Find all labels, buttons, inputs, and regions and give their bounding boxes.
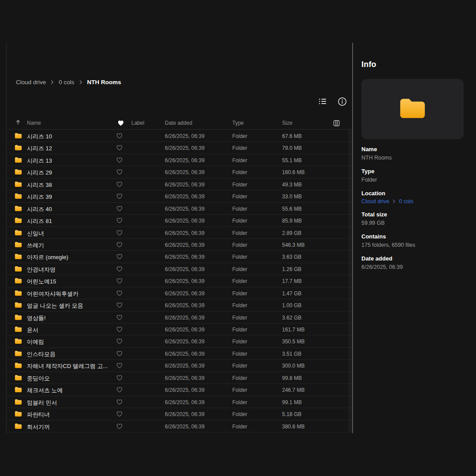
table-row[interactable]: 체크셔츠 노예 6/26/2025, 06:39 Folder 246.7 MB	[7, 384, 352, 396]
favorite-heart-icon[interactable]	[116, 314, 123, 322]
favorite-heart-icon[interactable]	[116, 169, 123, 177]
table-row[interactable]: 어린여자샤워후셀카 6/26/2025, 06:39 Folder 1.47 G…	[7, 287, 352, 299]
favorite-heart-icon[interactable]	[116, 338, 123, 346]
type-value: Folder	[232, 242, 247, 248]
table-row[interactable]: 시리즈 38 6/26/2025, 06:39 Folder 49.3 MB	[7, 178, 352, 190]
favorite-heart-icon[interactable]	[116, 133, 123, 141]
date-added-value: 6/26/2025, 06:39	[165, 338, 205, 345]
folder-name: 시리즈 29	[27, 169, 52, 177]
date-added-value: 6/26/2025, 06:39	[165, 387, 205, 393]
table-row[interactable]: 중딩아오 6/26/2025, 06:39 Folder 99.8 MB	[7, 372, 352, 384]
table-row[interactable]: 어린노예15 6/26/2025, 06:39 Folder 17.7 MB	[7, 275, 352, 287]
location-link-cloud-drive[interactable]: Cloud drive	[361, 198, 389, 205]
favorite-heart-icon[interactable]	[116, 205, 123, 213]
breadcrumb-0-cols[interactable]: 0 cols	[59, 79, 74, 86]
size-value: 5.18 GB	[282, 411, 301, 417]
field-value: Folder	[361, 176, 464, 183]
sort-ascending-icon[interactable]	[15, 119, 21, 126]
table-row[interactable]: 안경녀자영 6/26/2025, 06:39 Folder 1.26 GB	[7, 263, 352, 275]
folder-icon	[15, 217, 22, 225]
favorite-heart-icon[interactable]	[116, 145, 123, 152]
table-row[interactable]: 시리즈 12 6/26/2025, 06:39 Folder 79.0 MB	[7, 142, 352, 154]
table-row[interactable]: 시리즈 13 6/26/2025, 06:39 Folder 55.1 MB	[7, 154, 352, 166]
favorite-heart-icon[interactable]	[116, 266, 123, 274]
column-header-name[interactable]: Name	[27, 120, 41, 126]
favorite-heart-icon[interactable]	[116, 242, 123, 249]
table-row[interactable]: 희서기꺼 6/26/2025, 06:39 Folder 380.6 MB	[7, 420, 352, 432]
chevron-right-icon	[392, 200, 396, 203]
folder-name: 윤서	[27, 326, 38, 334]
table-row[interactable]: 시리즈 39 6/26/2025, 06:39 Folder 33.0 MB	[7, 190, 352, 202]
table-row[interactable]: 인스타모음 6/26/2025, 06:39 Folder 3.51 GB	[7, 348, 352, 360]
field-label: Type	[361, 168, 464, 175]
favorite-heart-icon[interactable]	[116, 326, 123, 334]
table-row[interactable]: 시리즈 10 6/26/2025, 06:39 Folder 67.6 MB	[7, 130, 352, 142]
breadcrumb-cloud-drive[interactable]: Cloud drive	[16, 79, 46, 86]
folder-name: 신일녀	[27, 230, 44, 238]
info-fields: Name NTH Rooms Type Folder Location Clou…	[361, 146, 464, 271]
favorite-heart-icon[interactable]	[116, 423, 123, 431]
folder-icon	[15, 253, 22, 261]
info-field-date-added: Date added 6/26/2025, 06:39	[361, 255, 464, 271]
column-header-date-added[interactable]: Date added	[165, 120, 192, 126]
scrollbar-thumb[interactable]	[352, 43, 353, 433]
info-icon[interactable]	[337, 96, 347, 107]
column-header-favorite-heart-icon[interactable]	[118, 120, 124, 127]
location-link-0-cols[interactable]: 0 cols	[399, 198, 413, 205]
favorite-heart-icon[interactable]	[116, 350, 123, 358]
table-row[interactable]: 쓰레기 6/26/2025, 06:39 Folder 546.3 MB	[7, 239, 352, 251]
column-header-label[interactable]: Label	[131, 120, 144, 126]
table-row[interactable]: 이예림 6/26/2025, 06:39 Folder 350.5 MB	[7, 335, 352, 347]
chevron-right-icon	[79, 80, 83, 84]
favorite-heart-icon[interactable]	[116, 399, 123, 407]
type-value: Folder	[232, 375, 247, 381]
table-row[interactable]: 신일녀 6/26/2025, 06:39 Folder 2.89 GB	[7, 227, 352, 239]
folder-icon	[15, 290, 22, 298]
favorite-heart-icon[interactable]	[116, 387, 123, 394]
type-value: Folder	[232, 327, 247, 333]
favorite-heart-icon[interactable]	[116, 157, 123, 165]
date-added-value: 6/26/2025, 06:39	[165, 327, 205, 333]
size-value: 380.6 MB	[282, 424, 305, 430]
type-value: Folder	[232, 218, 247, 224]
favorite-heart-icon[interactable]	[116, 302, 123, 310]
folder-name: 아자르 (omegle)	[27, 253, 68, 261]
list-view-icon[interactable]	[317, 96, 328, 107]
table-row[interactable]: 영상들! 6/26/2025, 06:39 Folder 3.62 GB	[7, 312, 352, 324]
table-row[interactable]: 파란티녀 6/26/2025, 06:39 Folder 5.18 GB	[7, 408, 352, 420]
folder-icon-large	[399, 97, 426, 121]
table-row[interactable]: 윤서 6/26/2025, 06:39 Folder 161.7 MB	[7, 324, 352, 335]
favorite-heart-icon[interactable]	[116, 290, 123, 298]
date-added-value: 6/26/2025, 06:39	[165, 218, 205, 224]
date-added-value: 6/26/2025, 06:39	[165, 363, 205, 369]
table-row[interactable]: 시리즈 29 6/26/2025, 06:39 Folder 160.6 MB	[7, 166, 352, 178]
field-value: NTH Rooms	[361, 154, 464, 161]
favorite-heart-icon[interactable]	[116, 230, 123, 238]
column-header-type[interactable]: Type	[232, 120, 244, 126]
size-value: 55.1 MB	[282, 157, 302, 164]
size-value: 246.7 MB	[282, 387, 305, 393]
favorite-heart-icon[interactable]	[116, 181, 123, 189]
column-header-size[interactable]: Size	[282, 120, 292, 126]
favorite-heart-icon[interactable]	[116, 193, 123, 201]
columns-settings-icon[interactable]	[333, 120, 340, 128]
size-value: 99.1 MB	[282, 399, 302, 405]
info-panel-title: Info	[361, 60, 464, 69]
table-row[interactable]: 얼굴 나오는 셀카 모음 6/26/2025, 06:39 Folder 1.0…	[7, 299, 352, 311]
folder-icon	[15, 169, 22, 177]
favorite-heart-icon[interactable]	[116, 217, 123, 225]
favorite-heart-icon[interactable]	[116, 411, 123, 419]
table-row[interactable]: 시리즈 40 6/26/2025, 06:39 Folder 55.6 MB	[7, 203, 352, 215]
date-added-value: 6/26/2025, 06:39	[165, 193, 205, 200]
favorite-heart-icon[interactable]	[116, 278, 123, 286]
folder-icon	[15, 375, 22, 383]
favorite-heart-icon[interactable]	[116, 375, 123, 383]
favorite-heart-icon[interactable]	[116, 362, 123, 370]
table-row[interactable]: 시리즈 81 6/26/2025, 06:39 Folder 85.9 MB	[7, 215, 352, 227]
size-value: 3.63 GB	[282, 254, 301, 260]
table-row[interactable]: 텀블러 민서 6/26/2025, 06:39 Folder 99.1 MB	[7, 396, 352, 408]
size-value: 3.51 GB	[282, 351, 301, 357]
table-row[interactable]: 자해녀 제작자CD 텔레그램 고... 6/26/2025, 06:39 Fol…	[7, 360, 352, 372]
favorite-heart-icon[interactable]	[116, 253, 123, 261]
table-row[interactable]: 아자르 (omegle) 6/26/2025, 06:39 Folder 3.6…	[7, 251, 352, 263]
